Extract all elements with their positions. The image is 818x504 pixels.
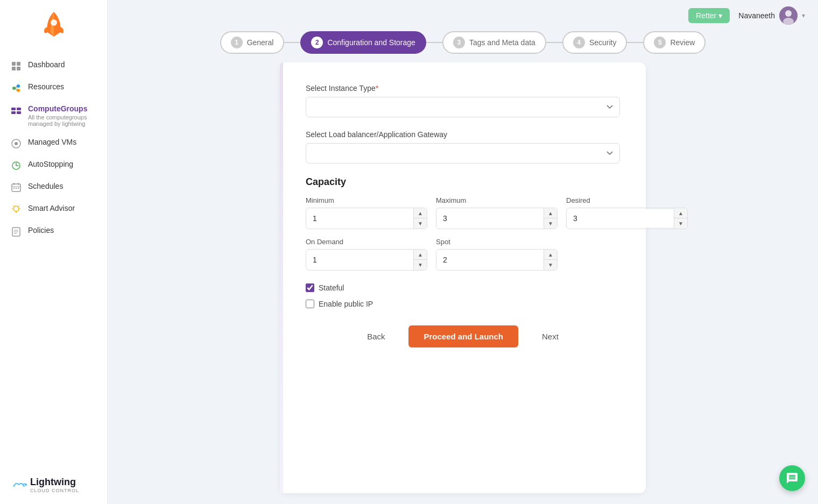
user-menu[interactable]: Navaneeth ▾ [738, 6, 805, 25]
step-general[interactable]: 1 General [220, 31, 285, 54]
sidebar: Dashboard Resources [0, 0, 108, 504]
capacity-title: Capacity [306, 176, 620, 188]
policies-icon [11, 226, 22, 237]
maximum-spinners: ▲ ▼ [544, 208, 557, 229]
retter-button[interactable]: Retter ▾ [688, 8, 730, 23]
svg-rect-13 [11, 111, 16, 114]
on-demand-input[interactable] [306, 251, 413, 269]
instance-type-label: Select Instance Type* [306, 84, 620, 93]
sidebar-item-managed-vms[interactable]: Managed VMs [0, 132, 107, 154]
retter-dropdown-icon: ▾ [718, 11, 722, 20]
spot-label: Spot [436, 238, 558, 246]
load-balancer-select[interactable] [306, 143, 620, 164]
autostopping-label: AutoStopping [28, 160, 73, 168]
on-demand-field: On Demand ▲ ▼ [306, 238, 427, 271]
step-label-1: General [247, 38, 274, 47]
main-area: Retter ▾ Navaneeth ▾ 1 General 2 Configu… [108, 0, 818, 504]
steps-bar: 1 General 2 Configuration and Storage 3 … [108, 31, 818, 62]
spot-input[interactable] [436, 251, 544, 269]
step-tags[interactable]: 3 Tags and Meta data [442, 31, 546, 54]
resources-icon [11, 83, 22, 94]
footer-sub: CLOUD CONTROL [30, 488, 79, 493]
back-button[interactable]: Back [356, 326, 396, 346]
compute-groups-icon [11, 105, 22, 116]
instance-type-select[interactable] [306, 97, 620, 117]
desired-down[interactable]: ▼ [674, 218, 687, 229]
step-connector-1 [284, 42, 300, 43]
sidebar-item-autostopping[interactable]: AutoStopping [0, 154, 107, 176]
managed-vms-icon [11, 138, 22, 149]
svg-point-7 [17, 84, 20, 88]
svg-point-36 [785, 10, 792, 17]
autostopping-icon [11, 160, 22, 171]
svg-rect-12 [17, 108, 21, 110]
spot-up[interactable]: ▲ [544, 250, 557, 260]
topbar: Retter ▾ Navaneeth ▾ [108, 0, 818, 31]
step-num-5: 5 [654, 37, 666, 48]
step-connector-4 [627, 42, 643, 43]
stateful-checkbox[interactable] [306, 283, 314, 292]
resources-label: Resources [28, 82, 64, 91]
enable-public-ip-label[interactable]: Enable public IP [319, 300, 373, 308]
smart-advisor-label: Smart Advisor [28, 204, 75, 212]
sidebar-item-compute-groups[interactable]: ComputeGroups All the computegroups mana… [0, 99, 107, 132]
maximum-up[interactable]: ▲ [544, 208, 557, 218]
desired-field: Desired ▲ ▼ [566, 196, 688, 229]
load-balancer-group: Select Load balancer/Application Gateway [306, 130, 620, 164]
sidebar-item-policies[interactable]: Policies [0, 221, 107, 243]
stateful-group: Stateful [306, 283, 620, 292]
load-balancer-label: Select Load balancer/Application Gateway [306, 130, 620, 139]
spot-down[interactable]: ▼ [544, 260, 557, 270]
svg-line-26 [13, 205, 14, 207]
spot-field: Spot ▲ ▼ [436, 238, 558, 271]
desired-up[interactable]: ▲ [674, 208, 687, 218]
svg-rect-4 [12, 67, 16, 70]
dashboard-icon [11, 61, 22, 72]
on-demand-spinners: ▲ ▼ [413, 250, 427, 270]
next-button[interactable]: Next [531, 326, 569, 346]
proceed-and-launch-button[interactable]: Proceed and Launch [408, 325, 518, 347]
svg-rect-21 [13, 188, 15, 189]
desired-label: Desired [566, 196, 688, 204]
chat-bubble[interactable] [779, 465, 805, 491]
on-demand-down[interactable]: ▼ [414, 260, 427, 270]
minimum-up[interactable]: ▲ [414, 208, 427, 218]
svg-rect-5 [17, 67, 20, 70]
minimum-input[interactable] [306, 209, 413, 228]
step-configuration[interactable]: 2 Configuration and Storage [300, 31, 426, 54]
maximum-down[interactable]: ▼ [544, 218, 557, 229]
required-asterisk: * [376, 84, 378, 93]
sidebar-item-resources[interactable]: Resources [0, 77, 107, 99]
retter-label: Retter [696, 11, 716, 20]
step-review[interactable]: 5 Review [643, 31, 706, 54]
svg-point-24 [13, 206, 19, 211]
sidebar-item-smart-advisor[interactable]: Smart Advisor [0, 198, 107, 221]
enable-public-ip-group: Enable public IP [306, 300, 620, 308]
maximum-input-wrap: ▲ ▼ [436, 208, 558, 229]
sidebar-item-dashboard[interactable]: Dashboard [0, 55, 107, 77]
instance-type-group: Select Instance Type* [306, 84, 620, 117]
compute-groups-label: ComputeGroups [28, 104, 96, 113]
stateful-label[interactable]: Stateful [319, 283, 344, 292]
maximum-input[interactable] [436, 209, 544, 228]
svg-point-8 [17, 89, 20, 92]
minimum-spinners: ▲ ▼ [413, 208, 427, 229]
user-dropdown-icon: ▾ [802, 12, 805, 19]
managed-vms-label: Managed VMs [28, 138, 76, 146]
svg-point-34 [25, 484, 27, 486]
step-security[interactable]: 4 Security [562, 31, 627, 54]
dashboard-label: Dashboard [28, 60, 65, 69]
on-demand-up[interactable]: ▲ [414, 250, 427, 260]
enable-public-ip-checkbox[interactable] [306, 300, 314, 308]
footer-brand: Lightwing [30, 477, 79, 488]
svg-point-6 [12, 87, 16, 90]
sidebar-item-schedules[interactable]: Schedules [0, 176, 107, 198]
desired-input[interactable] [567, 209, 674, 228]
action-bar: Back Proceed and Launch Next [306, 325, 620, 347]
step-num-3: 3 [453, 37, 465, 48]
maximum-field: Maximum ▲ ▼ [436, 196, 558, 229]
step-label-2: Configuration and Storage [327, 38, 415, 47]
svg-point-1 [51, 19, 57, 26]
minimum-down[interactable]: ▼ [414, 218, 427, 229]
step-num-2: 2 [311, 37, 323, 48]
